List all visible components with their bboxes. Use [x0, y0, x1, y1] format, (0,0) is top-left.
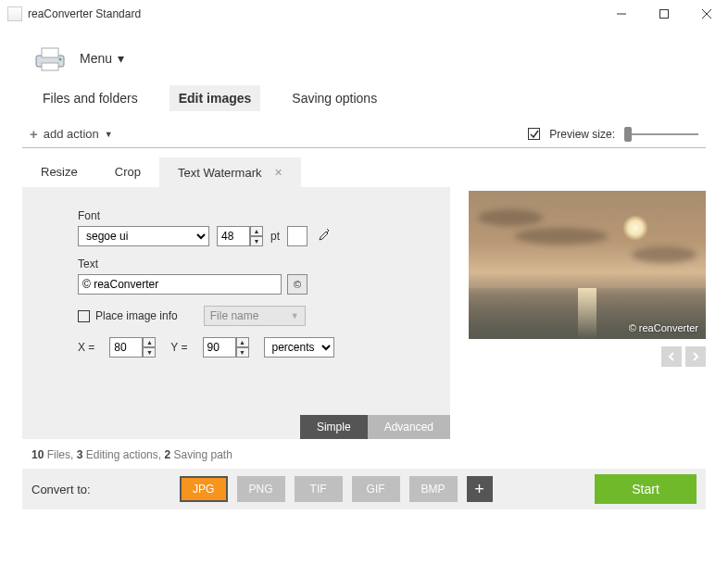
y-input[interactable] [203, 337, 236, 358]
preview-size-checkbox[interactable] [528, 128, 540, 140]
sub-tabs: Resize Crop Text Watermark × [22, 157, 450, 187]
simple-mode-button[interactable]: Simple [300, 415, 368, 439]
text-label: Text [78, 257, 395, 270]
y-up[interactable]: ▲ [236, 337, 249, 347]
place-image-info-label: Place image info [95, 309, 178, 322]
slider-thumb[interactable] [624, 127, 632, 142]
add-action-button[interactable]: + add action ▼ [30, 126, 113, 142]
checkbox-icon [78, 310, 90, 322]
chevron-down-icon: ▼ [105, 130, 113, 139]
format-tif-button[interactable]: TIF [295, 476, 343, 502]
close-button[interactable] [685, 0, 728, 28]
start-button[interactable]: Start [595, 474, 697, 504]
maximize-button[interactable] [643, 0, 685, 28]
add-action-label: add action [44, 127, 99, 141]
x-up[interactable]: ▲ [143, 337, 156, 347]
font-size-input[interactable] [217, 226, 250, 246]
font-select[interactable]: segoe ui [78, 226, 209, 246]
status-save-label: Saving path [170, 448, 232, 461]
tab-saving-options[interactable]: Saving options [282, 85, 386, 111]
subtab-crop[interactable]: Crop [96, 157, 159, 187]
place-image-info-checkbox[interactable]: Place image info [78, 309, 178, 322]
format-bmp-button[interactable]: BMP [409, 476, 458, 502]
color-picker[interactable] [287, 226, 308, 246]
convert-to-label: Convert to: [31, 483, 91, 496]
status-edit-label: Editing actions, [82, 448, 164, 461]
subtab-resize[interactable]: Resize [22, 157, 96, 187]
next-image-button[interactable] [685, 346, 706, 367]
add-format-button[interactable]: + [467, 476, 493, 502]
tab-files-folders[interactable]: Files and folders [33, 85, 147, 111]
filename-select-value: File name [210, 309, 259, 322]
app-title: reaConverter Standard [28, 7, 141, 20]
status-files-count: 10 [31, 448, 44, 461]
status-files-label: Files, [44, 448, 76, 461]
filename-select: File name ▼ [204, 306, 306, 326]
printer-icon [33, 44, 67, 72]
y-label: Y = [170, 341, 187, 354]
x-down[interactable]: ▼ [143, 347, 156, 358]
titlebar: reaConverter Standard [0, 0, 728, 28]
prev-image-button[interactable] [661, 346, 682, 367]
pt-label: pt [270, 230, 280, 243]
format-png-button[interactable]: PNG [237, 476, 285, 502]
font-size-up[interactable]: ▲ [250, 226, 263, 236]
preview-watermark-text: © reaConverter [629, 322, 698, 333]
y-down[interactable]: ▼ [236, 347, 249, 358]
x-input[interactable] [109, 337, 143, 358]
chevron-down-icon: ▾ [118, 51, 124, 66]
status-bar: 10 Files, 3 Editing actions, 2 Saving pa… [22, 439, 706, 469]
units-select[interactable]: percents [264, 337, 334, 358]
preview-size-slider[interactable] [624, 133, 698, 135]
eyedropper-icon[interactable] [315, 228, 330, 245]
menubar: Menu ▾ [22, 28, 706, 82]
plus-icon: + [30, 126, 38, 142]
minimize-button[interactable] [600, 0, 643, 28]
watermark-form: Font segoe ui ▲ ▼ pt [22, 187, 450, 439]
tab-edit-images[interactable]: Edit images [169, 85, 261, 111]
close-icon[interactable]: × [274, 165, 282, 180]
svg-rect-1 [660, 10, 669, 19]
menu-button[interactable]: Menu ▾ [80, 51, 124, 66]
main-tabs: Files and folders Edit images Saving opt… [22, 82, 706, 120]
preview-size-label: Preview size: [549, 128, 615, 141]
svg-point-7 [59, 58, 62, 61]
subtab-text-watermark[interactable]: Text Watermark × [159, 157, 301, 187]
chevron-down-icon: ▼ [291, 311, 299, 320]
action-row: + add action ▼ Preview size: [22, 120, 706, 148]
app-icon [7, 6, 22, 21]
watermark-text-input[interactable] [78, 274, 282, 295]
format-jpg-button[interactable]: JPG [180, 476, 228, 502]
format-gif-button[interactable]: GIF [352, 476, 400, 502]
insert-copyright-button[interactable]: © [287, 274, 308, 295]
font-label: Font [78, 209, 395, 222]
svg-rect-5 [42, 48, 58, 57]
bottom-bar: Convert to: JPG PNG TIF GIF BMP + Start [22, 469, 706, 509]
font-size-down[interactable]: ▼ [250, 236, 263, 246]
preview-image: © reaConverter [469, 191, 706, 339]
subtab-watermark-label: Text Watermark [178, 166, 262, 180]
advanced-mode-button[interactable]: Advanced [368, 415, 450, 439]
menu-label: Menu [80, 51, 112, 66]
x-label: X = [78, 341, 94, 354]
svg-rect-6 [42, 63, 58, 70]
